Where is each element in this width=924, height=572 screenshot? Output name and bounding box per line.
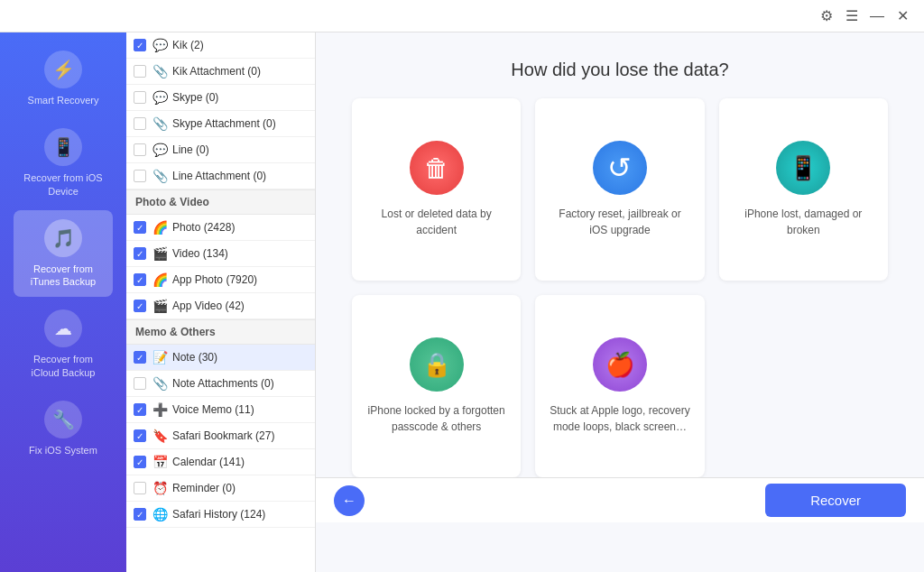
file-icon: ➕ bbox=[152, 401, 168, 418]
checkbox[interactable] bbox=[134, 482, 146, 494]
card-icon-apple-logo: 🍎 bbox=[593, 337, 647, 392]
list-item[interactable]: 📎 Line Attachment (0) bbox=[126, 163, 315, 189]
list-item[interactable]: ✓ 🎬 App Video (42) bbox=[126, 293, 315, 319]
checkbox[interactable] bbox=[134, 117, 146, 130]
checkbox[interactable]: ✓ bbox=[134, 221, 146, 234]
card-lost-deleted[interactable]: 🗑 Lost or deleted data by accident bbox=[352, 98, 521, 281]
sidebar-icon-recover-itunes: 🎵 bbox=[44, 219, 82, 257]
file-name: Line (0) bbox=[172, 143, 308, 156]
minimize-button[interactable]: — bbox=[864, 4, 890, 29]
file-name: Calendar (141) bbox=[172, 456, 308, 468]
list-item[interactable]: ✓ ➕ Voice Memo (11) bbox=[126, 397, 315, 423]
list-item[interactable]: ✓ 🎬 Video (134) bbox=[126, 241, 315, 267]
card-icon-iphone-locked: 🔒 bbox=[410, 337, 464, 392]
sidebar: ⚡ Smart Recovery 📱 Recover from iOS Devi… bbox=[0, 32, 126, 572]
list-item[interactable]: ⏰ Reminder (0) bbox=[126, 475, 315, 502]
file-name: Kik (2) bbox=[172, 39, 308, 51]
sidebar-item-recover-icloud[interactable]: ☁ Recover from iCloud Backup bbox=[14, 300, 113, 388]
file-icon: 📅 bbox=[152, 454, 168, 470]
settings-button[interactable]: ⚙ bbox=[814, 4, 839, 29]
checkbox[interactable] bbox=[134, 65, 146, 78]
file-list-panel: ✓ 💬 Kik (2) 📎 Kik Attachment (0) 💬 Skype… bbox=[126, 32, 316, 572]
page-title: How did you lose the data? bbox=[316, 32, 924, 98]
list-item[interactable]: ✓ 📅 Calendar (141) bbox=[126, 449, 315, 475]
card-text-apple-logo: Stuck at Apple logo, recovery mode loops… bbox=[549, 402, 690, 435]
file-name: Photo (2428) bbox=[172, 221, 308, 234]
card-icon-factory-reset: ↺ bbox=[593, 141, 647, 195]
checkbox[interactable]: ✓ bbox=[134, 508, 146, 521]
card-apple-logo[interactable]: 🍎 Stuck at Apple logo, recovery mode loo… bbox=[535, 295, 704, 477]
file-name: Safari Bookmark (27) bbox=[172, 429, 308, 442]
checkbox[interactable]: ✓ bbox=[134, 300, 146, 312]
back-button[interactable]: ← bbox=[334, 485, 365, 516]
titlebar: ⚙ ☰ — ✕ bbox=[0, 0, 924, 32]
card-iphone-locked[interactable]: 🔒 iPhone locked by a forgotten passcode … bbox=[352, 295, 521, 477]
sidebar-label-recover-itunes: Recover from iTunes Backup bbox=[18, 263, 108, 289]
checkbox[interactable]: ✓ bbox=[134, 456, 146, 468]
list-item[interactable]: 📎 Kik Attachment (0) bbox=[126, 59, 315, 85]
checkbox[interactable]: ✓ bbox=[134, 39, 146, 51]
sidebar-item-smart-recovery[interactable]: ⚡ Smart Recovery bbox=[14, 42, 113, 115]
main-content: How did you lose the data? 🗑 Lost or del… bbox=[316, 32, 924, 572]
file-name: Skype (0) bbox=[172, 91, 308, 104]
card-factory-reset[interactable]: ↺ Factory reset, jailbreak or iOS upgrad… bbox=[535, 98, 704, 281]
file-icon: 📝 bbox=[152, 349, 168, 365]
sidebar-item-recover-itunes[interactable]: 🎵 Recover from iTunes Backup bbox=[14, 210, 113, 298]
list-item[interactable]: 📎 Note Attachments (0) bbox=[126, 371, 315, 397]
card-icon-lost-deleted: 🗑 bbox=[410, 141, 464, 195]
menu-button[interactable]: ☰ bbox=[839, 4, 864, 29]
file-name: Line Attachment (0) bbox=[172, 170, 308, 182]
file-icon: ⏰ bbox=[152, 480, 168, 496]
file-icon: 🌐 bbox=[152, 506, 168, 522]
list-item[interactable]: 📎 Skype Attachment (0) bbox=[126, 111, 315, 137]
list-item[interactable]: ✓ 🌈 Photo (2428) bbox=[126, 215, 315, 241]
recover-button[interactable]: Recover bbox=[765, 484, 906, 517]
list-item[interactable]: ✓ 🌐 Safari History (124) bbox=[126, 502, 315, 528]
card-icon-iphone-lost: 📱 bbox=[776, 141, 830, 195]
file-icon: 📎 bbox=[152, 115, 168, 132]
file-name: Voice Memo (11) bbox=[172, 403, 308, 416]
card-text-factory-reset: Factory reset, jailbreak or iOS upgrade bbox=[549, 206, 690, 238]
checkbox[interactable] bbox=[134, 170, 146, 182]
list-item[interactable]: ✓ 📝 Note (30) bbox=[126, 345, 315, 371]
file-name: Kik Attachment (0) bbox=[172, 65, 308, 78]
cards-grid: 🗑 Lost or deleted data by accident ↺ Fac… bbox=[316, 98, 924, 477]
file-icon: 📎 bbox=[152, 168, 168, 184]
file-icon: 💬 bbox=[152, 89, 168, 106]
list-item[interactable]: 💬 Line (0) bbox=[126, 137, 315, 163]
list-item[interactable]: ✓ 💬 Kik (2) bbox=[126, 32, 315, 59]
file-icon: 🎬 bbox=[152, 298, 168, 314]
card-text-iphone-locked: iPhone locked by a forgotten passcode & … bbox=[365, 402, 507, 435]
checkbox[interactable]: ✓ bbox=[134, 247, 146, 260]
sidebar-item-recover-ios[interactable]: 📱 Recover from iOS Device bbox=[14, 119, 113, 207]
list-item[interactable]: ✓ 🔖 Safari Bookmark (27) bbox=[126, 423, 315, 449]
checkbox[interactable]: ✓ bbox=[134, 351, 146, 364]
file-name: Note Attachments (0) bbox=[172, 377, 308, 390]
file-icon: 🔖 bbox=[152, 428, 168, 444]
file-icon: 💬 bbox=[152, 37, 168, 53]
close-button[interactable]: ✕ bbox=[890, 4, 915, 29]
sidebar-item-fix-ios[interactable]: 🔧 Fix iOS System bbox=[14, 392, 113, 466]
checkbox[interactable] bbox=[134, 377, 146, 390]
card-iphone-lost[interactable]: 📱 iPhone lost, damaged or broken bbox=[719, 98, 888, 281]
checkbox[interactable]: ✓ bbox=[134, 429, 146, 442]
sidebar-label-fix-ios: Fix iOS System bbox=[29, 444, 97, 457]
main-layout: ⚡ Smart Recovery 📱 Recover from iOS Devi… bbox=[0, 32, 924, 572]
sidebar-icon-fix-ios: 🔧 bbox=[44, 401, 82, 438]
sidebar-label-recover-icloud: Recover from iCloud Backup bbox=[18, 353, 108, 379]
file-name: App Photo (7920) bbox=[172, 273, 308, 286]
checkbox[interactable] bbox=[134, 91, 146, 104]
card-text-iphone-lost: iPhone lost, damaged or broken bbox=[733, 206, 874, 238]
list-item[interactable]: ✓ 🌈 App Photo (7920) bbox=[126, 267, 315, 293]
card-text-lost-deleted: Lost or deleted data by accident bbox=[365, 206, 507, 238]
sidebar-icon-smart-recovery: ⚡ bbox=[44, 51, 82, 88]
checkbox[interactable]: ✓ bbox=[134, 403, 146, 416]
list-item[interactable]: 💬 Skype (0) bbox=[126, 85, 315, 111]
bottom-bar: ← Recover bbox=[316, 477, 924, 522]
sidebar-icon-recover-ios: 📱 bbox=[44, 128, 82, 166]
checkbox[interactable]: ✓ bbox=[134, 273, 146, 286]
file-name: Note (30) bbox=[172, 351, 308, 364]
sidebar-label-smart-recovery: Smart Recovery bbox=[28, 94, 99, 106]
checkbox[interactable] bbox=[134, 143, 146, 156]
file-name: App Video (42) bbox=[172, 300, 308, 312]
